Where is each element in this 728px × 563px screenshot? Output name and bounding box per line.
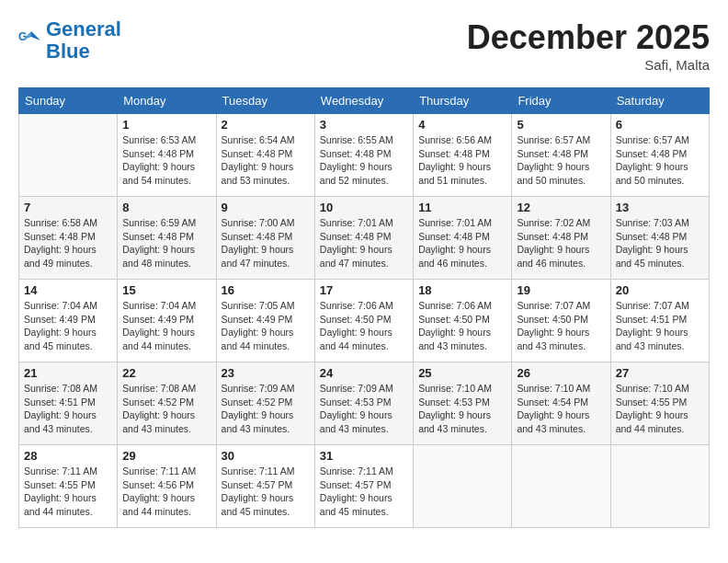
day-cell: 20Sunrise: 7:07 AMSunset: 4:51 PMDayligh… — [610, 280, 709, 362]
day-info: Sunrise: 7:10 AMSunset: 4:54 PMDaylight:… — [517, 382, 605, 436]
day-cell: 1Sunrise: 6:53 AMSunset: 4:48 PMDaylight… — [118, 114, 216, 197]
logo-text: General Blue — [46, 18, 121, 63]
day-cell: 27Sunrise: 7:10 AMSunset: 4:55 PMDayligh… — [610, 362, 709, 445]
day-cell: 31Sunrise: 7:11 AMSunset: 4:57 PMDayligh… — [314, 445, 413, 528]
day-info: Sunrise: 7:08 AMSunset: 4:51 PMDaylight:… — [24, 382, 112, 436]
day-info: Sunrise: 7:07 AMSunset: 4:50 PMDaylight:… — [517, 299, 605, 353]
day-number: 28 — [24, 449, 112, 463]
day-cell: 21Sunrise: 7:08 AMSunset: 4:51 PMDayligh… — [19, 362, 118, 445]
day-cell — [414, 445, 512, 528]
day-info: Sunrise: 6:54 AMSunset: 4:48 PMDaylight:… — [222, 133, 310, 188]
day-info: Sunrise: 7:10 AMSunset: 4:55 PMDaylight:… — [616, 382, 704, 436]
day-cell: 15Sunrise: 7:04 AMSunset: 4:49 PMDayligh… — [118, 280, 216, 362]
day-cell: 16Sunrise: 7:05 AMSunset: 4:49 PMDayligh… — [216, 280, 314, 362]
day-number: 17 — [320, 283, 408, 297]
day-info: Sunrise: 7:01 AMSunset: 4:48 PMDaylight:… — [320, 216, 408, 270]
day-number: 21 — [24, 366, 112, 380]
day-cell: 26Sunrise: 7:10 AMSunset: 4:54 PMDayligh… — [512, 362, 610, 445]
day-cell: 30Sunrise: 7:11 AMSunset: 4:57 PMDayligh… — [216, 445, 314, 528]
weekday-header-sunday: Sunday — [19, 88, 118, 114]
day-number: 29 — [122, 449, 210, 463]
weekday-header-row: SundayMondayTuesdayWednesdayThursdayFrid… — [19, 88, 710, 114]
day-number: 7 — [24, 201, 112, 214]
day-info: Sunrise: 7:08 AMSunset: 4:52 PMDaylight:… — [122, 382, 210, 436]
day-info: Sunrise: 7:09 AMSunset: 4:52 PMDaylight:… — [222, 382, 310, 436]
day-info: Sunrise: 6:56 AMSunset: 4:48 PMDaylight:… — [418, 133, 506, 188]
weekday-header-saturday: Saturday — [610, 88, 709, 114]
day-number: 2 — [222, 118, 310, 132]
logo-general: General — [46, 17, 121, 40]
day-cell: 18Sunrise: 7:06 AMSunset: 4:50 PMDayligh… — [414, 280, 512, 362]
day-number: 14 — [24, 283, 112, 297]
day-cell: 6Sunrise: 6:57 AMSunset: 4:48 PMDaylight… — [610, 114, 709, 197]
day-cell: 12Sunrise: 7:02 AMSunset: 4:48 PMDayligh… — [512, 197, 610, 280]
day-info: Sunrise: 7:06 AMSunset: 4:50 PMDaylight:… — [418, 299, 506, 353]
day-cell: 29Sunrise: 7:11 AMSunset: 4:56 PMDayligh… — [118, 445, 216, 528]
day-info: Sunrise: 6:59 AMSunset: 4:48 PMDaylight:… — [122, 216, 210, 270]
day-cell — [512, 445, 610, 528]
day-number: 16 — [222, 283, 310, 297]
day-info: Sunrise: 7:09 AMSunset: 4:53 PMDaylight:… — [320, 382, 408, 436]
week-row-3: 14Sunrise: 7:04 AMSunset: 4:49 PMDayligh… — [19, 280, 710, 362]
day-number: 9 — [222, 201, 310, 214]
title-block: December 2025 Safi, Malta — [467, 18, 710, 73]
week-row-2: 7Sunrise: 6:58 AMSunset: 4:48 PMDaylight… — [19, 197, 710, 280]
day-number: 20 — [616, 283, 704, 297]
day-cell: 11Sunrise: 7:01 AMSunset: 4:48 PMDayligh… — [414, 197, 512, 280]
day-number: 30 — [222, 449, 310, 463]
day-info: Sunrise: 7:00 AMSunset: 4:48 PMDaylight:… — [222, 216, 310, 270]
day-info: Sunrise: 7:01 AMSunset: 4:48 PMDaylight:… — [418, 216, 506, 270]
day-number: 19 — [517, 283, 605, 297]
day-info: Sunrise: 7:11 AMSunset: 4:56 PMDaylight:… — [122, 465, 210, 519]
day-cell: 28Sunrise: 7:11 AMSunset: 4:55 PMDayligh… — [19, 445, 118, 528]
page-header: G General Blue December 2025 Safi, Malta — [18, 18, 710, 73]
week-row-1: 1Sunrise: 6:53 AMSunset: 4:48 PMDaylight… — [19, 114, 710, 197]
weekday-header-thursday: Thursday — [414, 88, 512, 114]
day-cell: 3Sunrise: 6:55 AMSunset: 4:48 PMDaylight… — [314, 114, 413, 197]
day-info: Sunrise: 6:53 AMSunset: 4:48 PMDaylight:… — [122, 133, 210, 188]
day-number: 24 — [320, 366, 408, 380]
day-number: 18 — [418, 283, 506, 297]
day-number: 12 — [517, 201, 605, 214]
weekday-header-tuesday: Tuesday — [216, 88, 314, 114]
day-number: 6 — [616, 118, 704, 132]
day-info: Sunrise: 7:06 AMSunset: 4:50 PMDaylight:… — [320, 299, 408, 353]
week-row-4: 21Sunrise: 7:08 AMSunset: 4:51 PMDayligh… — [19, 362, 710, 445]
day-number: 27 — [616, 366, 704, 380]
weekday-header-friday: Friday — [512, 88, 610, 114]
day-number: 25 — [418, 366, 506, 380]
day-cell: 10Sunrise: 7:01 AMSunset: 4:48 PMDayligh… — [314, 197, 413, 280]
day-number: 4 — [418, 118, 506, 132]
weekday-header-monday: Monday — [118, 88, 216, 114]
week-row-5: 28Sunrise: 7:11 AMSunset: 4:55 PMDayligh… — [19, 445, 710, 528]
day-cell — [610, 445, 709, 528]
day-number: 23 — [222, 366, 310, 380]
logo-icon: G — [18, 28, 44, 53]
day-cell: 5Sunrise: 6:57 AMSunset: 4:48 PMDaylight… — [512, 114, 610, 197]
month-year: December 2025 — [467, 18, 710, 57]
day-info: Sunrise: 7:11 AMSunset: 4:57 PMDaylight:… — [320, 465, 408, 519]
day-info: Sunrise: 7:07 AMSunset: 4:51 PMDaylight:… — [616, 299, 704, 353]
day-info: Sunrise: 6:57 AMSunset: 4:48 PMDaylight:… — [616, 133, 704, 188]
day-cell: 4Sunrise: 6:56 AMSunset: 4:48 PMDaylight… — [414, 114, 512, 197]
day-info: Sunrise: 7:03 AMSunset: 4:48 PMDaylight:… — [616, 216, 704, 270]
day-info: Sunrise: 7:04 AMSunset: 4:49 PMDaylight:… — [122, 299, 210, 353]
day-cell: 2Sunrise: 6:54 AMSunset: 4:48 PMDaylight… — [216, 114, 314, 197]
day-cell: 19Sunrise: 7:07 AMSunset: 4:50 PMDayligh… — [512, 280, 610, 362]
day-cell: 17Sunrise: 7:06 AMSunset: 4:50 PMDayligh… — [314, 280, 413, 362]
day-info: Sunrise: 7:10 AMSunset: 4:53 PMDaylight:… — [418, 382, 506, 436]
day-info: Sunrise: 7:05 AMSunset: 4:49 PMDaylight:… — [222, 299, 310, 353]
day-number: 15 — [122, 283, 210, 297]
day-cell: 8Sunrise: 6:59 AMSunset: 4:48 PMDaylight… — [118, 197, 216, 280]
day-number: 13 — [616, 201, 704, 214]
day-info: Sunrise: 6:57 AMSunset: 4:48 PMDaylight:… — [517, 133, 605, 188]
day-cell: 24Sunrise: 7:09 AMSunset: 4:53 PMDayligh… — [314, 362, 413, 445]
svg-text:G: G — [18, 30, 27, 43]
day-number: 10 — [320, 201, 408, 214]
day-number: 31 — [320, 449, 408, 463]
day-info: Sunrise: 7:02 AMSunset: 4:48 PMDaylight:… — [517, 216, 605, 270]
day-cell: 25Sunrise: 7:10 AMSunset: 4:53 PMDayligh… — [414, 362, 512, 445]
day-cell: 14Sunrise: 7:04 AMSunset: 4:49 PMDayligh… — [19, 280, 118, 362]
day-cell: 7Sunrise: 6:58 AMSunset: 4:48 PMDaylight… — [19, 197, 118, 280]
location: Safi, Malta — [467, 57, 710, 73]
